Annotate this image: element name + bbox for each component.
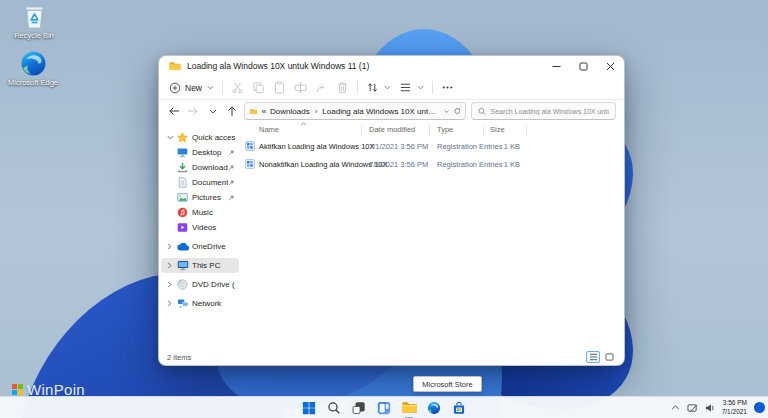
copy-button[interactable]: [252, 81, 265, 94]
see-more-icon: [441, 81, 454, 94]
desktop-icon-label: Recycle Bin: [6, 32, 62, 41]
maximize-button[interactable]: [570, 56, 597, 76]
forward-button[interactable]: [186, 103, 200, 119]
breadcrumb-downloads[interactable]: Downloads: [270, 107, 310, 116]
recent-locations-button[interactable]: [206, 103, 220, 119]
pen-touch-icon: [687, 403, 698, 413]
column-divider[interactable]: [483, 125, 484, 136]
file-row[interactable]: Aktifkan Loading ala Windows 10X 7/1/202…: [241, 138, 624, 156]
sidebar-item-dvd-drive[interactable]: DVD Drive (D:) CPRA: [161, 277, 239, 292]
paste-button[interactable]: [273, 81, 286, 94]
address-bar[interactable]: « Downloads › Loading ala Windows 10X un…: [244, 102, 466, 120]
taskbar: 3:56 PM 7/1/2021: [0, 396, 768, 418]
window-titlebar[interactable]: Loading ala Windows 10X untuk Windows 11…: [159, 56, 624, 76]
toolbar-divider: [222, 81, 223, 94]
details-view-button[interactable]: [586, 351, 600, 363]
sidebar-item-pictures[interactable]: Pictures: [161, 190, 239, 205]
minimize-button[interactable]: [543, 56, 570, 76]
registry-file-icon: [245, 159, 255, 169]
explorer-body: Quick access Desktop Downloads Documents…: [159, 122, 624, 351]
sidebar-item-documents[interactable]: Documents: [161, 175, 239, 190]
sidebar-item-network[interactable]: Network: [161, 296, 239, 311]
sidebar-item-quick-access[interactable]: Quick access: [161, 130, 239, 145]
microsoft-edge-button[interactable]: [426, 400, 442, 416]
column-divider[interactable]: [526, 125, 527, 136]
file-explorer-icon: [402, 401, 417, 414]
chevron-collapsed-icon[interactable]: [167, 262, 176, 269]
column-header-name[interactable]: Name: [259, 125, 279, 134]
chevron-down-icon: [384, 85, 391, 90]
close-button[interactable]: [597, 56, 624, 76]
back-button[interactable]: [167, 103, 181, 119]
details-view-icon: [589, 353, 598, 361]
microsoft-store-button[interactable]: [451, 400, 467, 416]
sort-ascending-icon: [300, 122, 307, 126]
winpoin-logo-icon: [12, 384, 23, 395]
up-button[interactable]: [225, 103, 239, 119]
clock[interactable]: 3:56 PM 7/1/2021: [722, 399, 747, 415]
sidebar-item-videos[interactable]: Videos: [161, 220, 239, 235]
column-headers: Name Date modified Type Size: [241, 122, 624, 138]
sidebar-item-onedrive[interactable]: OneDrive: [161, 239, 239, 254]
documents-folder-icon: [176, 177, 189, 188]
sidebar-item-music[interactable]: Music: [161, 205, 239, 220]
start-button[interactable]: [301, 400, 317, 416]
chevron-collapsed-icon[interactable]: [167, 243, 176, 250]
breadcrumb-current-folder[interactable]: Loading ala Windows 10X untuk Windows 11…: [322, 107, 436, 116]
folder-icon: [250, 107, 257, 116]
refresh-icon[interactable]: [454, 106, 461, 116]
pictures-folder-icon: [176, 192, 189, 203]
column-header-date-modified[interactable]: Date modified: [369, 125, 415, 134]
column-divider[interactable]: [361, 125, 362, 136]
column-divider[interactable]: [429, 125, 430, 136]
navigation-pane: Quick access Desktop Downloads Documents…: [159, 122, 241, 351]
tray-overflow-button[interactable]: [671, 405, 680, 410]
sidebar-item-downloads[interactable]: Downloads: [161, 160, 239, 175]
widgets-button[interactable]: [376, 400, 392, 416]
file-explorer-window: Loading ala Windows 10X untuk Windows 11…: [158, 55, 625, 366]
search-box[interactable]: [471, 102, 616, 120]
search-input[interactable]: [490, 108, 609, 115]
cut-button[interactable]: [231, 81, 244, 94]
notification-badge[interactable]: [754, 402, 765, 413]
task-view-button[interactable]: [351, 400, 367, 416]
desktop-icon-recycle-bin[interactable]: Recycle Bin: [6, 3, 62, 41]
file-size: 1 KB: [490, 160, 520, 169]
rename-icon: [294, 81, 307, 94]
sort-button[interactable]: [366, 81, 391, 94]
view-button[interactable]: [399, 81, 424, 94]
large-icons-view-button[interactable]: [602, 351, 616, 363]
close-icon: [606, 62, 615, 71]
file-explorer-button[interactable]: [401, 400, 417, 416]
file-row[interactable]: Nonaktifkan Loading ala Windows 10X 7/1/…: [241, 156, 624, 174]
music-folder-icon: [176, 207, 189, 218]
see-more-button[interactable]: [441, 81, 454, 94]
column-header-size[interactable]: Size: [490, 125, 505, 134]
rename-button[interactable]: [294, 81, 307, 94]
file-name[interactable]: Aktifkan Loading ala Windows 10X: [259, 142, 375, 151]
search-button[interactable]: [326, 400, 342, 416]
pin-icon: [228, 149, 235, 156]
sidebar-item-this-pc[interactable]: This PC: [161, 258, 239, 273]
share-button[interactable]: [315, 81, 328, 94]
pen-settings-tray-icon[interactable]: [687, 403, 698, 413]
sidebar-item-desktop[interactable]: Desktop: [161, 145, 239, 160]
new-button[interactable]: New: [169, 82, 214, 94]
delete-button[interactable]: [336, 81, 349, 94]
address-dropdown-chevron-icon[interactable]: [444, 109, 449, 114]
column-header-type[interactable]: Type: [437, 125, 453, 134]
breadcrumb-overflow[interactable]: «: [262, 107, 266, 116]
clock-date: 7/1/2021: [722, 408, 747, 416]
desktop-icon-microsoft-edge[interactable]: Microsoft Edge: [5, 50, 61, 88]
registry-file-icon: [245, 141, 255, 151]
this-pc-icon: [176, 260, 189, 271]
file-list: Name Date modified Type Size Aktifkan Lo…: [241, 122, 624, 351]
chevron-down-icon: [209, 109, 217, 114]
microsoft-edge-icon: [20, 50, 47, 77]
volume-tray-icon[interactable]: [705, 403, 715, 413]
chevron-down-icon: [207, 85, 214, 90]
chevron-expanded-icon[interactable]: [167, 135, 176, 140]
chevron-collapsed-icon[interactable]: [167, 281, 176, 288]
quick-access-star-icon: [176, 132, 189, 143]
chevron-collapsed-icon[interactable]: [167, 300, 176, 307]
